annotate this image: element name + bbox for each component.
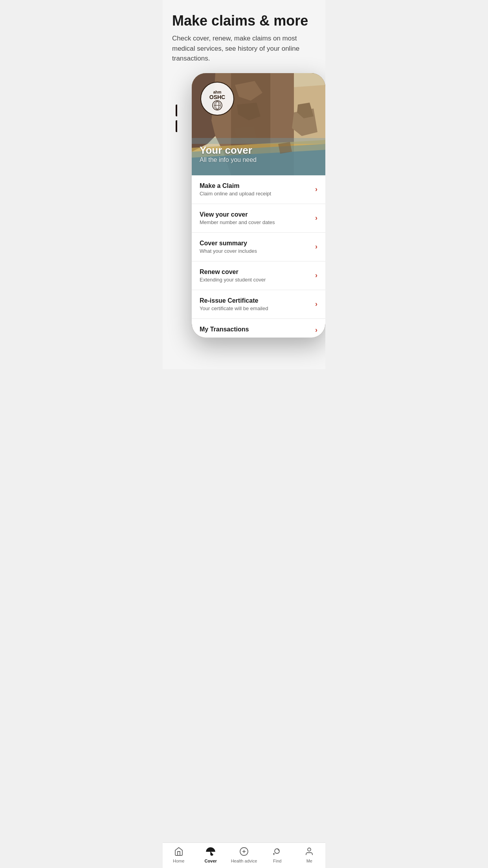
menu-item-my-transactions[interactable]: My Transactions › bbox=[192, 319, 325, 338]
page-wrapper: Make claims & more Check cover, renew, m… bbox=[163, 0, 325, 369]
cover-text-overlay: Your cover All the info you need bbox=[200, 144, 257, 164]
chevron-icon-reissue: › bbox=[315, 300, 317, 308]
menu-item-make-claim-subtitle: Claim online and upload receipt bbox=[200, 191, 311, 197]
app-logo: ahm OSHC bbox=[200, 81, 235, 116]
hero-section: Make claims & more Check cover, renew, m… bbox=[163, 0, 325, 73]
chevron-icon-my-transactions: › bbox=[315, 326, 317, 334]
svg-marker-14 bbox=[278, 142, 292, 154]
menu-item-make-claim-title: Make a Claim bbox=[200, 182, 311, 189]
menu-item-view-cover-content: View your cover Member number and cover … bbox=[200, 211, 311, 225]
cover-hero-title: Your cover bbox=[200, 144, 257, 156]
menu-item-cover-summary-content: Cover summary What your cover includes bbox=[200, 240, 311, 254]
menu-item-cover-summary-subtitle: What your cover includes bbox=[200, 248, 311, 254]
svg-text:OSHC: OSHC bbox=[209, 94, 225, 100]
menu-item-view-cover-subtitle: Member number and cover dates bbox=[200, 219, 311, 225]
menu-item-reissue-subtitle: Your certificate will be emailed bbox=[200, 305, 311, 311]
menu-item-make-claim-content: Make a Claim Claim online and upload rec… bbox=[200, 182, 311, 197]
chevron-icon-view-cover: › bbox=[315, 214, 317, 222]
chevron-icon-make-claim: › bbox=[315, 185, 317, 193]
hero-title: Make claims & more bbox=[172, 13, 316, 29]
phone-mockup: ahm OSHC Your cover All the info you n bbox=[192, 73, 325, 338]
menu-item-view-cover[interactable]: View your cover Member number and cover … bbox=[192, 204, 325, 233]
side-button-2 bbox=[176, 120, 177, 132]
menu-item-reissue-title: Re-issue Certificate bbox=[200, 297, 311, 304]
hero-subtitle: Check cover, renew, make claims on most … bbox=[172, 33, 316, 64]
menu-item-make-claim[interactable]: Make a Claim Claim online and upload rec… bbox=[192, 175, 325, 204]
app-hero-image: ahm OSHC Your cover All the info you n bbox=[192, 73, 325, 175]
menu-item-reissue-certificate[interactable]: Re-issue Certificate Your certificate wi… bbox=[192, 290, 325, 319]
menu-list: Make a Claim Claim online and upload rec… bbox=[192, 175, 325, 338]
svg-rect-11 bbox=[192, 138, 325, 144]
menu-item-my-transactions-content: My Transactions bbox=[200, 326, 311, 334]
side-button-1 bbox=[176, 105, 177, 116]
chevron-icon-renew-cover: › bbox=[315, 271, 317, 280]
phone-outer: ahm OSHC Your cover All the info you n bbox=[177, 73, 311, 338]
menu-item-cover-summary-title: Cover summary bbox=[200, 240, 311, 247]
cover-hero-subtitle: All the info you need bbox=[200, 156, 257, 164]
menu-item-my-transactions-title: My Transactions bbox=[200, 326, 311, 333]
menu-item-renew-cover-content: Renew cover Extending your student cover bbox=[200, 268, 311, 283]
menu-item-renew-cover-subtitle: Extending your student cover bbox=[200, 277, 311, 283]
menu-item-reissue-content: Re-issue Certificate Your certificate wi… bbox=[200, 297, 311, 311]
chevron-icon-cover-summary: › bbox=[315, 243, 317, 251]
menu-item-renew-cover[interactable]: Renew cover Extending your student cover… bbox=[192, 261, 325, 290]
menu-item-renew-cover-title: Renew cover bbox=[200, 268, 311, 276]
menu-item-cover-summary[interactable]: Cover summary What your cover includes › bbox=[192, 233, 325, 261]
menu-item-view-cover-title: View your cover bbox=[200, 211, 311, 218]
